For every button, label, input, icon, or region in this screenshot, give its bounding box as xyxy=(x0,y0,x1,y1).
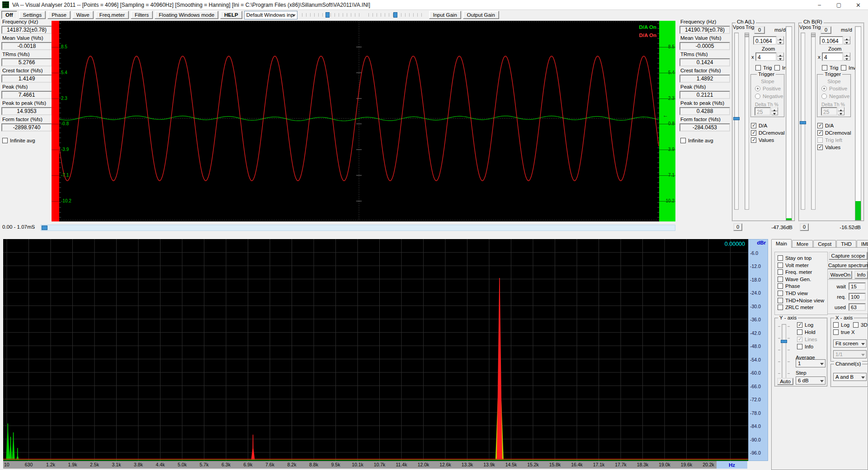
y-scale-slider[interactable] xyxy=(782,324,786,382)
freq-tick-label: 18.3k xyxy=(632,462,654,467)
input-gain-slider[interactable] xyxy=(302,12,363,18)
minimize-icon[interactable]: – xyxy=(810,0,829,10)
trig-label: Trig xyxy=(745,24,754,30)
input-gain-slider-thumb[interactable] xyxy=(326,12,330,18)
channels-select[interactable]: A and B xyxy=(833,373,867,381)
output-gain-slider-thumb[interactable] xyxy=(393,12,397,18)
toolbar-button-wave[interactable]: Wave xyxy=(72,11,94,19)
trig-slider-thumb[interactable] xyxy=(745,34,749,37)
checkbox-values[interactable]: Values xyxy=(751,137,785,143)
spin-down-icon[interactable] xyxy=(844,40,850,44)
zoom-value[interactable]: 4 xyxy=(822,52,843,61)
y-scale-slider-thumb[interactable] xyxy=(781,340,787,343)
infinite-avg-checkbox-b[interactable]: Infinite avg xyxy=(680,138,730,143)
checkbox-zrlc-meter[interactable]: ZRLC meter xyxy=(778,305,827,310)
checkbox-dcremoval[interactable]: DCremoval xyxy=(751,130,785,136)
maximize-icon[interactable]: ▢ xyxy=(829,0,849,10)
spin-up-icon[interactable] xyxy=(844,36,850,40)
tab-thd[interactable]: THD xyxy=(836,240,856,248)
vpos-slider-thumb[interactable] xyxy=(800,121,806,124)
checkbox-info[interactable]: Info xyxy=(797,344,817,349)
trig-slider[interactable] xyxy=(811,33,816,210)
freq-tick-label: 9.5k xyxy=(325,462,347,467)
checkbox-volt-meter[interactable]: Volt meter xyxy=(778,263,827,268)
auto-button[interactable]: Auto xyxy=(777,378,793,385)
vpos-slider[interactable] xyxy=(801,33,805,210)
trig-checkbox[interactable]: Trig xyxy=(755,65,772,70)
x-scale-select[interactable]: Fit screen xyxy=(833,339,867,348)
toolbar-button-help[interactable]: HELP xyxy=(220,11,242,19)
spin-down-icon[interactable] xyxy=(844,56,850,61)
wave-on-button[interactable]: WaveOn xyxy=(829,271,852,279)
spin-down-icon[interactable] xyxy=(777,56,784,61)
msd-value[interactable]: 0.1064 xyxy=(753,36,777,45)
channel-b-level-meter xyxy=(855,26,861,221)
average-select[interactable]: 1 xyxy=(796,359,826,367)
freq-tick-label: 15.2k xyxy=(522,462,544,467)
capture-scope-button[interactable]: Capture scope xyxy=(829,252,868,260)
checkbox-true-x[interactable]: true X xyxy=(833,329,855,335)
msd-value[interactable]: 0.1064 xyxy=(820,36,843,45)
tab-main[interactable]: Main xyxy=(771,239,792,248)
checkbox-d-a[interactable]: D/A xyxy=(817,123,851,128)
spin-up-icon[interactable] xyxy=(844,52,850,56)
toolbar-button-off[interactable]: Off xyxy=(1,11,17,19)
capture-spectrum-button[interactable]: Capture spectrum xyxy=(827,261,868,269)
msd-spinner[interactable]: 0.1064 xyxy=(753,36,784,45)
scale-tick xyxy=(659,99,675,99)
toolbar-button-floating-windows-mode[interactable]: Floating Windows mode xyxy=(155,11,218,19)
checkbox-icon xyxy=(778,283,783,289)
spin-down-icon[interactable] xyxy=(777,40,784,44)
tab-more[interactable]: More xyxy=(792,240,813,248)
trig-checkbox[interactable]: Trig xyxy=(822,65,838,70)
toolbar-button-filters[interactable]: Filters xyxy=(131,11,153,19)
radio-negative: Negative xyxy=(755,94,784,99)
zoom-value[interactable]: 4 xyxy=(755,52,777,61)
checkbox-wave-gen-[interactable]: Wave Gen. xyxy=(778,277,827,282)
checkbox-values[interactable]: Values xyxy=(817,145,851,150)
step-select[interactable]: 6 dB xyxy=(796,376,826,385)
info-button[interactable]: Info xyxy=(854,271,868,279)
vpos-slider[interactable] xyxy=(734,33,739,210)
checkbox-stay-on-top[interactable]: Stay on top xyxy=(778,255,827,261)
checkbox-phase[interactable]: Phase xyxy=(778,283,827,289)
checkbox-dcremoval[interactable]: DCremoval xyxy=(817,130,851,136)
inv-checkbox[interactable]: Inv xyxy=(841,65,855,70)
close-icon[interactable]: ✕ xyxy=(849,0,868,10)
checkbox-thd-view[interactable]: THD view xyxy=(778,291,827,296)
scale-tick xyxy=(52,201,59,202)
da-on-indicator-b: D/A On xyxy=(629,33,656,38)
output-gain-button[interactable]: Output Gain xyxy=(463,11,499,19)
checkbox-d-a[interactable]: D/A xyxy=(751,123,785,128)
tab-imd[interactable]: IMD xyxy=(857,240,868,248)
checkbox-icon xyxy=(797,329,802,335)
scope-h-scrollbar[interactable] xyxy=(41,225,675,231)
checkbox-freq-meter[interactable]: Freq. meter xyxy=(778,269,827,275)
radio-icon xyxy=(755,86,760,91)
vpos-slider-thumb[interactable] xyxy=(733,117,740,120)
device-select[interactable]: Default Windows inp xyxy=(244,11,297,19)
checkbox-log[interactable]: Log xyxy=(797,322,817,328)
msd-spinner[interactable]: 0.1064 xyxy=(820,36,850,45)
checkbox-label: Volt meter xyxy=(785,263,809,268)
trig-slider[interactable] xyxy=(745,33,749,210)
output-gain-slider[interactable] xyxy=(368,12,423,18)
zoom-spinner[interactable]: 4 xyxy=(822,52,850,61)
input-gain-button[interactable]: Input Gain xyxy=(429,11,461,19)
spin-up-icon[interactable] xyxy=(777,52,784,56)
scope-scrollbar-thumb[interactable] xyxy=(42,226,47,230)
toolbar-button-settings[interactable]: Settings xyxy=(19,11,46,19)
spin-up-icon[interactable] xyxy=(777,36,784,40)
checkbox-log[interactable]: Log xyxy=(833,322,853,328)
zoom-spinner[interactable]: 4 xyxy=(755,52,784,61)
meas-value: 7.4661 xyxy=(1,91,52,99)
tab-cepst[interactable]: Cepst xyxy=(813,240,836,248)
checkbox-hold[interactable]: Hold xyxy=(797,329,817,335)
toolbar-button-freq-meter[interactable]: Freq.meter xyxy=(95,11,129,19)
infinite-avg-checkbox-a[interactable]: Infinite avg xyxy=(2,138,52,143)
checkbox-thd-noise-view[interactable]: THD+Noise view xyxy=(778,298,827,303)
checkbox-3d[interactable]: 3D xyxy=(853,322,868,328)
toolbar-button-phase[interactable]: Phase xyxy=(47,11,71,19)
trig-slider-thumb[interactable] xyxy=(811,34,816,37)
freq-tick-label: 12.6k xyxy=(434,462,456,467)
